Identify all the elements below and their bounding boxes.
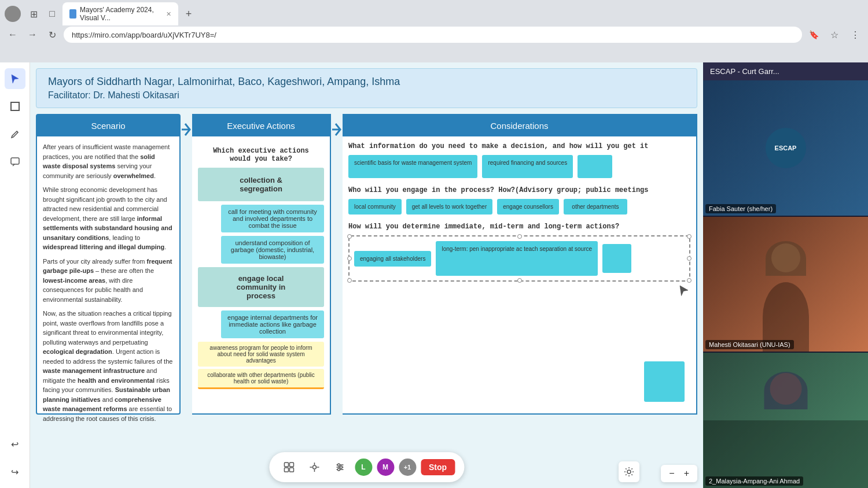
sticky-composition[interactable]: understand composition of garbage (domes… xyxy=(221,236,324,264)
sticky-all-levels[interactable]: get all levels to work together xyxy=(406,199,493,215)
svg-rect-3 xyxy=(289,463,293,467)
frame-tool[interactable] xyxy=(5,96,25,117)
sticky-engage-community[interactable]: engage localcommunity inprocess xyxy=(198,267,324,307)
resize-handle-tr[interactable] xyxy=(687,234,692,239)
content-area: Mayors of Siddharth Nagar, Lalmonirhat, … xyxy=(30,62,703,488)
svg-rect-0 xyxy=(11,102,19,110)
scenario-column: Scenario After years of insufficient was… xyxy=(36,114,181,415)
star-icon[interactable]: ☆ xyxy=(826,27,843,43)
sticky-scientific[interactable]: scientific basis for waste management sy… xyxy=(348,155,477,178)
forward-btn[interactable]: → xyxy=(24,27,41,43)
active-tab[interactable]: Mayors' Academy 2024, Visual V... ✕ xyxy=(62,2,178,25)
sticky-engaging-stakeholders[interactable]: engaging all stakeholders xyxy=(354,251,431,267)
resize-handle-tm[interactable] xyxy=(517,234,522,239)
sticky-awareness[interactable]: awareness program for people to inform a… xyxy=(198,342,324,367)
exec-actions-content: Which executive actionswould you take? c… xyxy=(192,136,330,411)
participant-2-label: Mahesti Okitasari (UNU-IAS) xyxy=(705,340,794,349)
exec-actions-column: Executive Actions Which executive action… xyxy=(192,114,331,415)
apps-tool-btn[interactable] xyxy=(278,457,299,478)
resize-handle-bl[interactable] xyxy=(347,278,352,283)
question-row-2: Who will you engage in the process? How?… xyxy=(348,186,690,215)
question-row-3: How will you determine immediate, mid-te… xyxy=(348,223,690,298)
board-settings-btn[interactable] xyxy=(619,461,639,482)
url-text: https://miro.com/app/board/uXjVKTr7UY8=/ xyxy=(72,31,216,39)
cursor-tool[interactable] xyxy=(5,68,25,89)
header-banner: Mayors of Siddharth Nagar, Lalmonirhat, … xyxy=(36,68,697,108)
arrow-2 xyxy=(331,114,343,415)
question-2-text: Who will you engage in the process? How?… xyxy=(348,186,690,194)
video-cell-3: 2_Malaysia-Ampang-Ani Ahmad xyxy=(703,353,868,488)
video-grid: ESCAP Fabia Sauter (she/her) Mahesti Oki… xyxy=(703,80,868,488)
header-subtitle: Facilitator: Dr. Mahesti Okitasari xyxy=(48,90,685,101)
video-cell-1: ESCAP Fabia Sauter (she/her) xyxy=(703,80,868,216)
sticky-engage-counsellors[interactable]: engage counsellors xyxy=(497,199,559,215)
bookmark-icon[interactable]: 🔖 xyxy=(806,27,822,43)
bottom-toolbar: L M +1 Stop xyxy=(269,452,464,482)
pen-tool[interactable] xyxy=(5,124,25,145)
q2-stickies: local community get all levels to work t… xyxy=(348,199,690,215)
sticky-meeting[interactable]: call for meeting with community and invo… xyxy=(221,205,324,232)
svg-point-17 xyxy=(627,470,631,474)
exec-question: Which executive actionswould you take? xyxy=(198,142,324,168)
zoom-in-btn[interactable]: + xyxy=(681,467,693,480)
window-maximize[interactable]: □ xyxy=(44,6,60,22)
escap-video-bg: ESCAP xyxy=(703,80,868,216)
dashed-selection-box[interactable]: engaging all stakeholders long-term: pen… xyxy=(348,235,690,282)
redo-btn[interactable]: ↪ xyxy=(5,461,25,482)
scenario-para2: While strong economic development has br… xyxy=(43,185,174,252)
avatar-m-btn[interactable]: M xyxy=(377,459,394,476)
participant-1-label: Fabia Sauter (she/her) xyxy=(705,204,776,213)
exec-sticky-group-1: call for meeting with community and invo… xyxy=(221,205,324,264)
cursor-icon xyxy=(676,284,690,298)
sticky-blank-3[interactable] xyxy=(644,361,685,402)
sticky-blank-2[interactable] xyxy=(602,244,631,273)
resize-handle-br[interactable] xyxy=(687,278,692,283)
sticky-internal-depts[interactable]: engage internal departments for immediat… xyxy=(221,310,324,338)
sticky-local-community[interactable]: local community xyxy=(348,199,402,215)
stop-btn[interactable]: Stop xyxy=(421,459,455,475)
considerations-content: What information do you need to make a d… xyxy=(343,136,696,312)
laser-tool-btn[interactable] xyxy=(304,457,325,478)
profile-avatar[interactable] xyxy=(5,6,21,22)
sticky-financing[interactable]: required financing and sources xyxy=(482,155,573,178)
tab-close-btn[interactable]: ✕ xyxy=(166,10,171,18)
cursor-indicator xyxy=(348,284,690,298)
resize-handle-mr[interactable] xyxy=(687,256,692,261)
participant-header: ESCAP - Curt Garr... xyxy=(703,62,868,80)
person-2-video xyxy=(703,217,868,352)
avatar-l-btn[interactable]: L xyxy=(355,459,372,476)
avatar-plus-btn[interactable]: +1 xyxy=(399,459,416,476)
q1-stickies: scientific basis for waste management sy… xyxy=(348,155,690,178)
header-participant-name: ESCAP - Curt Garr... xyxy=(710,67,779,76)
resize-handle-bm[interactable] xyxy=(517,278,522,283)
person-3-video xyxy=(703,353,868,488)
resize-handle-tl[interactable] xyxy=(347,234,352,239)
settings-tool-btn[interactable] xyxy=(329,457,350,478)
back-btn[interactable]: ← xyxy=(5,27,21,43)
escap-logo-text: ESCAP xyxy=(775,145,797,151)
header-title: Mayors of Siddharth Nagar, Lalmonirhat, … xyxy=(48,76,685,88)
person-3-hijab xyxy=(764,372,807,409)
sticky-collection[interactable]: collection &segregation xyxy=(198,168,324,201)
resize-handle-ml[interactable] xyxy=(347,256,352,261)
new-tab-btn[interactable]: + xyxy=(181,6,197,22)
arrow-1 xyxy=(181,114,192,415)
reload-btn[interactable]: ↻ xyxy=(44,27,60,43)
zoom-out-btn[interactable]: − xyxy=(665,467,678,480)
comment-tool[interactable] xyxy=(5,151,25,172)
scenario-para1: After years of insufficient waste manage… xyxy=(43,142,174,180)
board-area: Mayors of Siddharth Nagar, Lalmonirhat, … xyxy=(30,62,703,453)
svg-point-14 xyxy=(337,464,340,466)
tab-bar: ⊞ □ Mayors' Academy 2024, Visual V... ✕ … xyxy=(0,0,868,23)
sticky-longterm-pen[interactable]: long-term: pen inappropriate ac teach se… xyxy=(436,241,598,276)
scenario-text: After years of insufficient waste manage… xyxy=(37,136,179,434)
sticky-collaborate[interactable]: collaborate with other departments (publ… xyxy=(198,369,324,389)
window-minimize[interactable]: ⊞ xyxy=(25,6,42,22)
undo-btn[interactable]: ↩ xyxy=(5,434,25,454)
browser-menu[interactable]: ⋮ xyxy=(847,27,863,43)
svg-point-6 xyxy=(312,465,316,469)
sticky-other-depts[interactable]: other departments xyxy=(564,199,627,215)
address-bar[interactable]: https://miro.com/app/board/uXjVKTr7UY8=/ xyxy=(64,27,802,43)
question-row-1: What information do you need to make a d… xyxy=(348,142,690,178)
sticky-blank-1[interactable] xyxy=(578,155,612,178)
